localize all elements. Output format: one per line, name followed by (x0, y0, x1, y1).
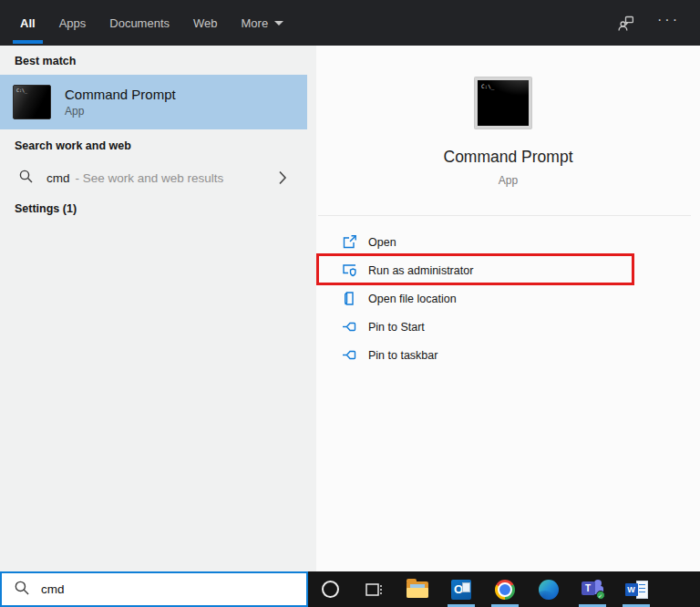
outlook-icon (451, 580, 471, 600)
taskbar-button-file-explorer[interactable] (396, 571, 439, 607)
web-search-result[interactable]: cmd - See work and web results (0, 162, 307, 193)
taskbar-search-box[interactable] (0, 571, 308, 607)
tab-web-label: Web (193, 16, 218, 30)
feedback-icon[interactable] (616, 14, 635, 33)
taskbar-button-outlook[interactable] (439, 571, 483, 607)
pin-icon (342, 347, 357, 363)
tab-more[interactable]: More (242, 0, 284, 46)
more-options-icon[interactable]: ··· (657, 13, 680, 33)
open-window-icon (342, 234, 357, 250)
best-match-section-label: Best match (15, 55, 76, 67)
tab-documents-label: Documents (109, 16, 170, 30)
action-run-as-administrator[interactable]: Run as administrator (316, 256, 700, 284)
teams-icon: T✓ (582, 580, 604, 599)
command-prompt-icon (13, 85, 51, 119)
best-match-type: App (65, 105, 176, 118)
edge-icon (539, 580, 559, 600)
chrome-icon (495, 580, 515, 600)
tab-web[interactable]: Web (193, 0, 218, 46)
search-icon (14, 580, 30, 600)
command-prompt-large-icon (475, 77, 531, 129)
action-run-admin-label: Run as administrator (368, 264, 473, 277)
action-pin-to-start-label: Pin to Start (368, 321, 425, 334)
divider (318, 215, 691, 216)
preview-app-title: Command Prompt (316, 148, 700, 167)
taskbar-button-cortana[interactable] (308, 571, 352, 607)
tab-more-label: More (242, 16, 269, 30)
filter-tabs: All Apps Documents Web More (0, 0, 283, 46)
pin-icon (342, 319, 357, 334)
action-list: Open Run as administrator (316, 228, 700, 369)
word-icon: W (625, 581, 648, 599)
action-pin-to-taskbar[interactable]: Pin to taskbar (316, 341, 700, 369)
best-match-title: Command Prompt (65, 87, 176, 102)
action-open-label: Open (368, 236, 396, 249)
header-actions: ··· (616, 0, 700, 46)
tab-all-label: All (20, 16, 36, 30)
search-web-section-label: Search work and web (15, 139, 131, 152)
task-view-icon (364, 580, 384, 600)
taskbar: T✓ W (308, 571, 700, 607)
tab-documents[interactable]: Documents (109, 0, 170, 46)
web-search-suffix: - See work and web results (76, 171, 224, 185)
tab-apps-label: Apps (59, 16, 87, 30)
taskbar-button-chrome[interactable] (483, 571, 527, 607)
tab-all[interactable]: All (20, 0, 36, 46)
windows-search-flyout: All Apps Documents Web More ··· Best mat… (0, 0, 700, 607)
action-open-file-location-label: Open file location (368, 293, 457, 305)
run-admin-shield-icon (342, 262, 357, 278)
file-explorer-icon (407, 581, 428, 598)
best-match-result-command-prompt[interactable]: Command Prompt App (0, 75, 307, 129)
settings-section-label[interactable]: Settings (1) (15, 202, 77, 215)
chevron-down-icon (274, 21, 283, 26)
results-panel: Best match Command Prompt App Search wor… (0, 46, 316, 571)
search-icon (18, 169, 34, 188)
taskbar-button-word[interactable]: W (614, 571, 658, 607)
action-pin-to-start[interactable]: Pin to Start (316, 313, 700, 341)
taskbar-button-teams[interactable]: T✓ (571, 571, 614, 607)
action-open[interactable]: Open (316, 228, 700, 256)
tab-apps[interactable]: Apps (59, 0, 87, 46)
file-location-icon (342, 291, 357, 306)
search-filter-header: All Apps Documents Web More ··· (0, 0, 700, 46)
best-match-texts: Command Prompt App (65, 87, 176, 118)
cortana-icon (322, 581, 339, 598)
preview-panel: Command Prompt App Open (316, 46, 700, 571)
taskbar-button-task-view[interactable] (352, 571, 396, 607)
taskbar-button-edge[interactable] (527, 571, 571, 607)
action-open-file-location[interactable]: Open file location (316, 284, 700, 313)
chevron-right-icon[interactable] (278, 170, 287, 185)
preview-app-type: App (316, 174, 700, 187)
web-search-query: cmd (46, 171, 70, 185)
action-pin-to-taskbar-label: Pin to taskbar (368, 349, 438, 362)
search-input[interactable] (41, 582, 299, 596)
